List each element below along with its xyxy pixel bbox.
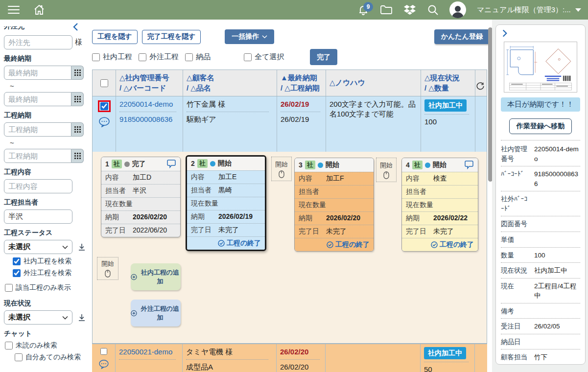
goto-work-register-button[interactable]: 作業登録へ移動 [509, 118, 572, 134]
calendar-icon[interactable] [71, 149, 84, 163]
only-matched-checkbox[interactable]: 該当工程のみ表示 [5, 283, 87, 292]
barcode-link[interactable]: 9185000008636 [119, 115, 179, 124]
process-card-selected[interactable]: 2 社 開始 内容加工E 担当者黒崎 現在数量 納期2026/02/19 完了日… [186, 155, 266, 251]
process-card[interactable]: 4 社 開始 内容検査 担当者 現在数量 納期2026/02/22 完了日未完了… [401, 158, 478, 252]
filter-sidebar: 外注先 様 最終納期 ~ 工程納期 ~ 工程内容 工程担当者 工程ステータス 未… [0, 20, 91, 372]
col-header-knowhow[interactable]: △ノウハウ [329, 78, 417, 88]
circled-check-icon [327, 241, 333, 248]
final-due-from-input[interactable] [4, 66, 71, 80]
user-avatar[interactable] [449, 1, 466, 18]
detail-row: 納品日 [501, 334, 580, 350]
table-row[interactable]: 22050021-demo タミヤ電機 様 成型品A 26/02/20 26/0… [92, 344, 487, 372]
process-status-select[interactable]: 未選択 [4, 240, 72, 254]
detail-row: ﾊﾞｰｺｰﾄﾞ9185000008636 [501, 166, 580, 191]
process-person-input[interactable] [4, 209, 72, 224]
calendar-icon[interactable] [71, 66, 84, 80]
col-header-status[interactable]: △現在状況 [424, 73, 471, 83]
order-id-link[interactable]: 22050014-demo [119, 99, 179, 109]
process-due-date: 26/02/19 [281, 115, 309, 123]
process-content-label: 工程内容 [4, 168, 87, 177]
comment-bubble-icon[interactable] [464, 161, 474, 169]
home-icon[interactable] [33, 4, 45, 16]
user-menu-caret-icon[interactable] [575, 8, 581, 12]
range-tilde: ~ [10, 82, 87, 90]
process-card[interactable]: 1 社 完了 内容加工D 担当者半沢 現在数量 納期2026/02/20 完了日… [101, 157, 181, 237]
user-account-label[interactable]: マニュアル権限（管理3）:... [477, 5, 563, 15]
finish-process-link[interactable]: 工程の終了 [187, 236, 265, 250]
apply-down-icon[interactable] [78, 314, 85, 322]
add-internal-process-button[interactable]: 社内工程の追加 [131, 263, 181, 290]
col-header-due[interactable]: ▲最終納期 [281, 73, 322, 83]
process-content-input[interactable] [4, 179, 72, 193]
detail-row: 現在2工程目/4工程中 [501, 279, 580, 303]
files-folder-icon[interactable] [380, 4, 393, 16]
hide-done-process-button[interactable]: 完了工程を隠す [142, 30, 201, 44]
circled-check-icon [218, 240, 225, 247]
dropbox-icon[interactable] [403, 4, 416, 16]
apply-down-icon[interactable] [78, 243, 85, 251]
orders-table: △社内管理番号/ △バーコード △顧客名/ △品名 ▲最終納期/ △工程納期 △… [92, 70, 487, 152]
chat-bubble-icon[interactable] [98, 359, 110, 369]
sidebar-collapse-icon[interactable] [72, 23, 80, 31]
complete-button[interactable]: 完了 [310, 49, 337, 65]
knowhow-text: 200文字まで入力可能。品名100文字まで可能 [329, 100, 416, 118]
col-header-customer[interactable]: △顧客名 [187, 73, 273, 83]
process-due-from-input[interactable] [4, 122, 71, 137]
detail-panel-area: 本日が納期です！！ 作業登録へ移動 社内管理番号22050014-demo ﾊﾞ… [492, 20, 588, 372]
start-drop-zone[interactable]: 開始 [97, 257, 118, 280]
row-select-checkbox[interactable] [100, 102, 108, 110]
panel-collapse-icon[interactable] [501, 29, 508, 38]
refresh-icon[interactable] [476, 82, 485, 93]
process-status: 開始 [326, 161, 339, 169]
process-content: 加工D [133, 173, 151, 182]
outsourcer-suffix: 様 [75, 38, 82, 47]
detail-row: 受注日26/02/05 [501, 319, 580, 334]
process-due-to-input[interactable] [4, 149, 71, 163]
process-card[interactable]: 3 社 開始 内容加工F 担当者 現在数量 納期2026/02/20 完了日未完… [294, 158, 374, 252]
final-due-to-input[interactable] [4, 92, 71, 106]
internal-type-badge: 社 [305, 161, 315, 169]
start-drop-zone[interactable]: 開始 [376, 158, 397, 182]
bulk-action-button[interactable]: 一括操作 [225, 29, 274, 44]
finish-process-link[interactable]: 工程の終了 [295, 238, 374, 251]
circled-check-icon [431, 241, 438, 248]
row-select-checkbox[interactable] [100, 348, 108, 355]
circled-plus-icon [131, 274, 137, 280]
finish-process-link[interactable]: 工程の終了 [402, 238, 478, 251]
notification-count-badge: 9 [363, 2, 373, 12]
current-status-select[interactable]: 未選択 [4, 310, 72, 325]
search-internal-checkbox[interactable]: 社内工程を検索 [13, 257, 87, 266]
order-id-link[interactable]: 22050021-demo [119, 347, 179, 357]
table-row[interactable]: 22050014-demo 9185000008636 竹下金属 様 駆動ギア … [93, 96, 487, 152]
add-external-process-button[interactable]: 外注工程の追加 [131, 300, 181, 326]
highlighted-checkbox-marker [98, 100, 111, 112]
status-badge: 社内加工中 [424, 347, 466, 359]
start-drop-zone[interactable]: 開始 [271, 157, 292, 181]
col-header-control-no[interactable]: △社内管理番号 [119, 73, 179, 83]
cad-drawing-thumbnail[interactable] [504, 42, 577, 93]
chat-mine-checkbox[interactable]: 自分あてのみ検索 [15, 353, 87, 362]
detail-row: 図面番号 [501, 216, 580, 232]
customer-name: 竹下金属 様 [187, 100, 225, 108]
chat-unread-checkbox[interactable]: 未読のみ検索 [5, 341, 87, 350]
select-all-checkbox[interactable]: 全て選択 [244, 52, 284, 62]
hide-process-button[interactable]: 工程を隠す [92, 30, 138, 44]
menu-icon[interactable] [8, 6, 20, 14]
calendar-icon[interactable] [71, 92, 84, 106]
outsourcer-input[interactable] [4, 35, 72, 49]
easy-register-button[interactable]: かんたん登録 [434, 29, 490, 44]
comment-bubble-icon[interactable] [166, 160, 176, 168]
clipped-label: 外注先 [4, 26, 24, 30]
filter-external-checkbox[interactable]: 外注工程 [139, 52, 179, 62]
search-icon[interactable] [427, 4, 439, 16]
header-select-checkbox[interactable] [100, 79, 108, 87]
calendar-icon[interactable] [71, 122, 84, 137]
filter-internal-checkbox[interactable]: 社内工程 [92, 52, 132, 62]
process-content: 加工F [326, 174, 344, 183]
chat-bubble-icon[interactable] [98, 116, 110, 127]
search-external-checkbox[interactable]: 外注工程を検索 [13, 269, 87, 278]
filter-delivery-checkbox[interactable]: 納品 [185, 52, 211, 62]
process-number: 2 [191, 160, 195, 167]
chat-section-label: チャット [4, 329, 87, 338]
process-done-date: 未完了 [433, 227, 454, 236]
